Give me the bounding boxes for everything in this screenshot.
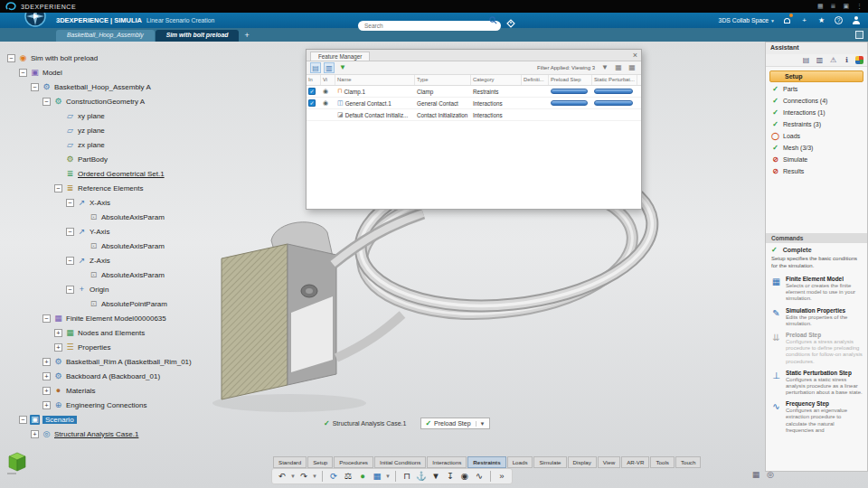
column-header[interactable]: Vi [321, 75, 335, 85]
pin-icon[interactable]: ▼ [429, 470, 442, 483]
assistant-step-simulate[interactable]: ⊘Simulate [766, 154, 867, 165]
tree-item[interactable]: ⊡AbsoluteAxisParam [5, 210, 277, 224]
ribbon-tab-display[interactable]: Display [568, 456, 597, 468]
ribbon-tab-restraints[interactable]: Restraints [467, 456, 505, 468]
eye-icon[interactable]: ◉ [323, 99, 328, 107]
layout-icon[interactable]: ▤ [801, 56, 811, 64]
ribbon-tab-initial-conditions[interactable]: Initial Conditions [374, 456, 426, 468]
expand-viewport-icon[interactable] [855, 31, 863, 39]
spring-icon[interactable]: ∿ [473, 470, 486, 483]
add-icon[interactable]: + [799, 15, 809, 25]
ribbon-tab-touch[interactable]: Touch [675, 456, 702, 468]
assistant-step-loads[interactable]: ◯Loads [766, 130, 867, 142]
assistant-step-mesh-3-3-[interactable]: ✓Mesh (3/3) [766, 142, 867, 154]
grid-icon[interactable]: ▦ [817, 0, 824, 13]
collapse-icon[interactable]: − [42, 98, 51, 106]
grid-icon[interactable]: ▦ [750, 470, 761, 479]
collapse-icon[interactable]: − [66, 257, 74, 265]
material-sphere-icon[interactable]: ● [356, 470, 369, 483]
collapse-icon[interactable]: − [31, 83, 39, 91]
expand-icon[interactable]: + [42, 401, 51, 409]
tree-item[interactable]: −↗Y-Axis [5, 224, 277, 239]
user-icon[interactable] [851, 15, 861, 25]
data-table-icon[interactable]: ▦ [371, 470, 383, 483]
column-header[interactable]: Static Perturbat... [592, 75, 637, 85]
assistant-step-parts[interactable]: ✓Parts [766, 83, 867, 95]
ribbon-tab-standard[interactable]: Standard [273, 456, 307, 468]
tree-item[interactable]: ≣Ordered Geometrical Set.1 [5, 166, 277, 181]
new-tab-button[interactable]: + [244, 29, 249, 42]
redo-more-icon[interactable]: ▼ [312, 470, 317, 483]
clamp-icon[interactable]: ⊓ [401, 470, 413, 483]
command-preload-step[interactable]: ⇊Preload StepConfigures a stress analysi… [766, 329, 867, 367]
feature-manager-titlebar[interactable]: Feature Manager × [307, 50, 641, 61]
tree-item[interactable]: ▱yz plane [5, 123, 277, 137]
assistant-step-results[interactable]: ⊘Results [766, 165, 867, 177]
tree-item[interactable]: +⚙Basketball_Rim A (Basketball_Rim_01) [5, 354, 277, 369]
tree-item[interactable]: +⊕Engineering Connections [5, 398, 277, 412]
close-icon[interactable]: × [633, 50, 637, 61]
view-cube-icon[interactable] [5, 450, 29, 475]
search-icon[interactable] [489, 16, 497, 24]
checkbox-checked[interactable]: ✓ [308, 99, 316, 107]
assistant-step-connections-4-[interactable]: ✓Connections (4) [766, 95, 867, 107]
tree-item[interactable]: +●Materials [5, 383, 277, 398]
column-header[interactable]: Name [335, 75, 415, 85]
window-icon[interactable]: ▣ [843, 0, 849, 13]
tree-item[interactable]: −+Origin [5, 282, 277, 296]
fm-filter-check-icon[interactable]: ▼ [599, 62, 610, 73]
expand-icon[interactable]: + [42, 372, 51, 380]
feature-manager-window[interactable]: Feature Manager × ▤ ▥ ▼ Filter Applied: … [306, 49, 642, 210]
stack-icon[interactable]: ≣ [831, 0, 836, 13]
ribbon-tab-procedures[interactable]: Procedures [334, 456, 373, 468]
visibility-toggle[interactable] [321, 109, 335, 120]
feature-row[interactable]: ✓◉◫General Contact.1General ContactInter… [307, 98, 641, 109]
tree-item[interactable]: −≣Reference Elements [5, 181, 277, 195]
expand-icon[interactable]: + [42, 387, 51, 395]
info-icon[interactable]: ℹ [842, 56, 852, 64]
column-header[interactable]: Definiti... [522, 75, 549, 85]
update-icon[interactable]: ⟳ [327, 470, 340, 483]
assistant-step-setup[interactable]: Setup [769, 70, 863, 82]
tree-item[interactable]: −⚙ConstructionGeometry A [5, 94, 277, 108]
ribbon-tab-tools[interactable]: Tools [650, 456, 674, 468]
tree-item[interactable]: −▦Finite Element Model00000635 [5, 311, 277, 325]
feature-row[interactable]: ✓◉⊓Clamp.1ClampRestraints [307, 86, 641, 98]
ribbon-tab-simulate[interactable]: Simulate [533, 456, 566, 468]
include-checkbox[interactable] [307, 109, 321, 120]
fm-list-view-icon[interactable]: ▤ [310, 62, 321, 73]
collapse-icon[interactable]: − [19, 69, 27, 77]
column-header[interactable]: In [307, 75, 321, 85]
eye-icon[interactable]: ◉ [323, 88, 328, 95]
ribbon-tab-setup[interactable]: Setup [307, 456, 333, 468]
bolt-icon[interactable]: ↧ [444, 470, 457, 483]
feature-row[interactable]: ◪Default Contact Initializ...Contact Ini… [307, 109, 641, 121]
tree-item[interactable]: −⚙Basketball_Hoop_Assembly A [5, 80, 277, 94]
command-static-perturbation-step[interactable]: ⊥Static Perturbation StepConfigures a st… [766, 367, 867, 399]
command-simulation-properties[interactable]: ✎Simulation PropertiesEdits the properti… [766, 305, 867, 329]
expand-icon[interactable]: + [31, 430, 39, 438]
document-tab[interactable]: Sim with bolt preload [156, 30, 240, 42]
tree-item[interactable]: ▱xy plane [5, 108, 277, 123]
feature-manager-title[interactable]: Feature Manager [310, 52, 370, 61]
document-tab[interactable]: Basketball_Hoop_Assembly [56, 30, 155, 42]
tree-item[interactable]: −▣Scenario [5, 412, 277, 427]
3d-viewport[interactable]: −◉Sim with bolt preload−▣Model−⚙Basketba… [0, 42, 868, 488]
undo-more-icon[interactable]: ▼ [290, 470, 296, 483]
table-more-icon[interactable]: ▼ [385, 470, 391, 483]
anchor-icon[interactable]: ⚓ [415, 470, 428, 483]
fm-filter-icon[interactable]: ▼ [337, 62, 348, 73]
analysis-case-indicator[interactable]: ✓ Structural Analysis Case.1 [324, 419, 406, 427]
tree-item[interactable]: +▦Nodes and Elements [5, 325, 277, 340]
ribbon-tab-ar-vr[interactable]: AR-VR [621, 456, 649, 468]
include-checkbox[interactable]: ✓ [307, 98, 321, 108]
collab-space-selector[interactable]: 3DS Collab Space ▼ [719, 17, 775, 23]
undo-icon[interactable]: ↶ [276, 470, 288, 483]
visibility-toggle[interactable]: ◉ [321, 86, 335, 97]
fm-layout-icon[interactable]: ▦ [627, 62, 637, 73]
ball-joint-icon[interactable]: ◉ [458, 470, 471, 483]
tag-icon[interactable] [506, 19, 515, 28]
collapse-icon[interactable]: − [54, 184, 62, 192]
ribbon-tab-view[interactable]: View [598, 456, 620, 468]
help-icon[interactable]: ? [834, 15, 844, 25]
